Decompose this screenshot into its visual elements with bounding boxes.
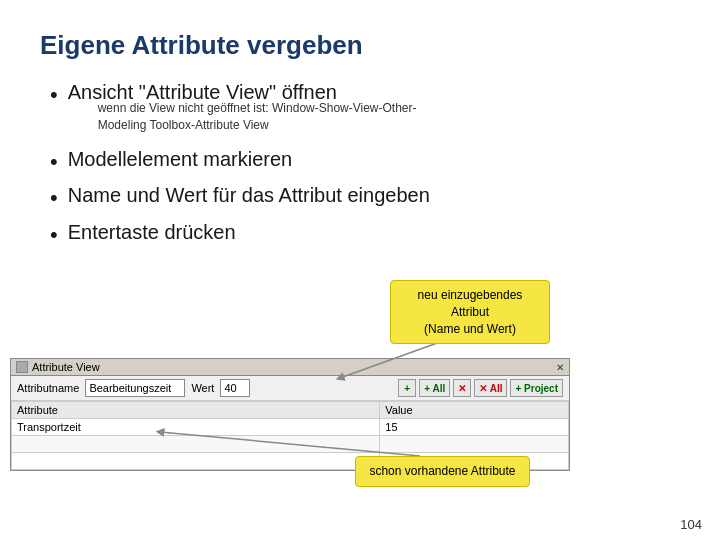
- toolbar-buttons: + + All ✕ ✕ All + Project: [398, 379, 563, 397]
- page-number: 104: [680, 517, 702, 532]
- bullet-dot-2: •: [50, 148, 58, 177]
- table-cell-value: 15: [380, 419, 569, 436]
- callout-top-text: neu einzugebendes Attribut(Name und Wert…: [418, 288, 523, 336]
- col-header-value: Value: [380, 402, 569, 419]
- bullet-list: • Ansicht "Attribute View" öffnen wenn d…: [50, 81, 680, 249]
- wert-label: Wert: [191, 382, 214, 394]
- add-project-button[interactable]: + Project: [510, 379, 563, 397]
- bullet-dot-3: •: [50, 184, 58, 213]
- remove-button[interactable]: ✕: [453, 379, 471, 397]
- bullet-text-3: Name und Wert für das Attribut eingeben: [68, 184, 430, 207]
- empty-cell-1b: [380, 436, 569, 453]
- bullet-dot-4: •: [50, 221, 58, 250]
- bullet-text-2: Modellelement markieren: [68, 148, 293, 171]
- table-row: Transportzeit 15: [12, 419, 569, 436]
- attr-toolbar: Attributname Wert + + All ✕ ✕ All + Proj…: [11, 376, 569, 401]
- attributname-label: Attributname: [17, 382, 79, 394]
- window-title-text: Attribute View: [32, 361, 552, 373]
- remove-all-button[interactable]: ✕ All: [474, 379, 507, 397]
- bullet-text-4: Entertaste drücken: [68, 221, 236, 244]
- bullet-item-3: • Name und Wert für das Attribut eingebe…: [50, 184, 680, 213]
- window-close-button[interactable]: ✕: [556, 362, 564, 373]
- add-all-button[interactable]: + All: [419, 379, 450, 397]
- attr-view-titlebar: Attribute View ✕: [11, 359, 569, 376]
- table-header-row: Attribute Value: [12, 402, 569, 419]
- add-button[interactable]: +: [398, 379, 416, 397]
- slide-title: Eigene Attribute vergeben: [40, 30, 680, 61]
- empty-cell-1a: [12, 436, 380, 453]
- table-row-empty-1: [12, 436, 569, 453]
- bullet-dot-1: •: [50, 81, 58, 110]
- bullet-sub-1: wenn die View nicht geöffnet ist: Window…: [98, 100, 417, 134]
- col-header-attribute: Attribute: [12, 402, 380, 419]
- window-icon: [16, 361, 28, 373]
- attributname-input[interactable]: [85, 379, 185, 397]
- table-cell-attribute: Transportzeit: [12, 419, 380, 436]
- bullet-item-2: • Modellelement markieren: [50, 148, 680, 177]
- wert-input[interactable]: [220, 379, 250, 397]
- bullet-item-4: • Entertaste drücken: [50, 221, 680, 250]
- empty-cell-2a: [12, 453, 380, 470]
- bullet-item-1: • Ansicht "Attribute View" öffnen wenn d…: [50, 81, 680, 140]
- slide-container: Eigene Attribute vergeben • Ansicht "Att…: [0, 0, 720, 540]
- callout-bottom: schon vorhandene Attribute: [355, 456, 530, 487]
- attr-view-window: Attribute View ✕ Attributname Wert + + A…: [10, 358, 570, 471]
- callout-top: neu einzugebendes Attribut(Name und Wert…: [390, 280, 550, 344]
- callout-bottom-text: schon vorhandene Attribute: [369, 464, 515, 478]
